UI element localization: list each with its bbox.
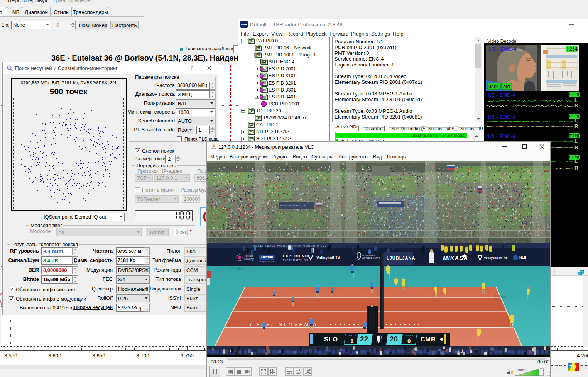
- svg-text:Telekom: Telekom: [244, 255, 253, 257]
- svg-text:METREL: METREL: [261, 256, 274, 259]
- svg-text:NLB: NLB: [519, 256, 527, 260]
- svg-text:afd: afd: [503, 83, 510, 89]
- svg-text:Volleyball World: Volleyball World: [484, 256, 508, 260]
- svg-text:Gerflor: Gerflor: [495, 295, 507, 299]
- svg-text:user: user: [488, 83, 498, 89]
- svg-text:EVERY MATCH ON: EVERY MATCH ON: [283, 259, 308, 262]
- svg-text:EXPERIENCE: EXPERIENCE: [283, 254, 311, 258]
- svg-text:Gerflor: Gerflor: [231, 267, 243, 271]
- svg-text:h264: h264: [567, 46, 578, 52]
- svg-text:Slovenije: Slovenije: [244, 258, 255, 261]
- svg-text:VOLLEYBALL: VOLLEYBALL: [362, 254, 375, 256]
- svg-text:Volleyball TV: Volleyball TV: [316, 256, 340, 260]
- svg-text:1/1 - ENC-4: 1/1 - ENC-4: [488, 46, 517, 52]
- svg-text:Energizing solutions: Energizing solutions: [259, 261, 275, 263]
- svg-text:LJUBLJANA: LJUBLJANA: [387, 256, 415, 260]
- svg-text:I FEEL SLOVENIA: I FEEL SLOVENIA: [250, 322, 318, 328]
